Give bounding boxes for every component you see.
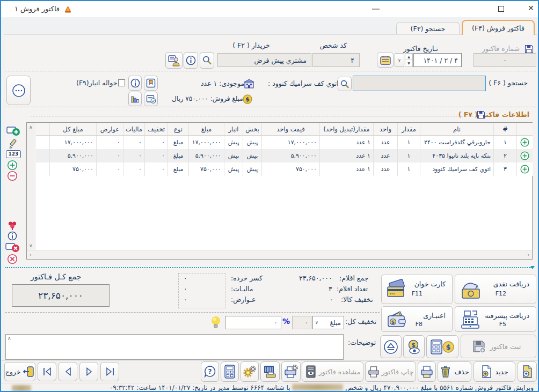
column-header-qty_conv[interactable]: مقدار(تبدیل واحد) [319,123,373,135]
customer-button[interactable] [165,52,183,69]
column-header-qty[interactable]: مقدار [397,123,420,135]
table-cell-unit_price: ۵,۹۰۰,۰۰۰ [261,149,319,162]
warehouse-receipt-checkbox[interactable] [118,79,125,86]
redacted-left [12,385,31,391]
table-cell-discount: ۰ [144,149,167,162]
column-header-section[interactable]: بخش [243,123,261,135]
search-icon [340,79,349,89]
maximize-button[interactable] [498,6,504,12]
confirm-card-button[interactable] [144,92,158,106]
table-cell-qty: ۱ [397,149,420,162]
price-view-button[interactable]: $ [403,335,425,358]
fraction-value: ۰ [184,274,187,282]
item-discount-label: تخفیف کالا: [341,295,373,304]
minimize-button[interactable] [372,9,380,10]
table-cell-name: پنكه پايه بلند نانيوا ۴۰۳۵ [420,149,493,162]
column-header-tax[interactable]: مالیات [123,123,144,135]
column-header-total[interactable]: مبلغ کل [49,123,96,135]
print-settings-button[interactable] [281,361,301,382]
person-search-button[interactable] [200,52,214,69]
splitter[interactable] [5,267,531,268]
discount-amount-field[interactable]: ۰ [225,316,281,329]
view-invoice-button[interactable]: مشاهده فاکتور [302,361,363,382]
bookmark-button[interactable] [144,76,158,91]
cancel-button[interactable] [7,254,18,267]
submit-invoice-button[interactable]: ثبت فاکتور [461,335,536,358]
table-cell-unit: عدد [373,149,397,162]
person-info-button[interactable] [184,52,198,69]
print-invoice-button[interactable]: چاپ فاکتور [365,361,416,382]
column-header-name[interactable]: نام [420,123,493,135]
table-cell-num: ۱ [493,136,516,149]
column-header-unit_price[interactable]: قیمت واحد [261,123,319,135]
close-button[interactable]: ✕ [528,4,534,12]
chart-button[interactable] [128,92,142,106]
settings-button[interactable] [241,361,259,382]
column-header-unit[interactable]: واحد [373,123,397,135]
table-row[interactable]: ۲پنكه پايه بلند نانيوا ۴۰۳۵۱عدد۱ عدد۵,۹۰… [36,149,533,162]
table-vertical-scrollbar[interactable]: ∧ ∨ [27,123,35,250]
splitter-pin-icon[interactable] [530,265,535,270]
column-header-amount[interactable]: مبلغ [188,123,224,135]
calendar-button[interactable] [377,53,394,68]
table-cell-total: ۷۵۰,۰۰۰ [49,162,96,176]
column-header-plus[interactable] [516,123,533,135]
help-button[interactable]: ? [201,361,219,382]
table-horizontal-scrollbar[interactable]: ‹ › [27,250,532,259]
column-header-duty[interactable]: عوارض [96,123,123,135]
item-info-button[interactable] [128,76,142,91]
new-template-button[interactable] [518,361,537,382]
advanced-receive-button[interactable]: دریافت پیشرفته F5 [455,306,536,332]
decrease-button[interactable] [7,171,18,183]
discount-percent-field[interactable]: ۰ [292,316,311,329]
tab-invoice[interactable]: فاکتور فروش (F۴) [462,20,535,35]
more-options-button[interactable] [6,76,31,105]
save-small-icon[interactable] [477,110,485,119]
invoice-total-label: جمع کـل فـاکتور [31,272,81,281]
table-row[interactable]: ۳اتوي كف سراميك كنوود۱عدد۱ عدد۷۵۰,۰۰۰پیش… [36,162,533,176]
item-search-button[interactable] [338,77,352,91]
discount-type-select[interactable]: مبلغ ∨ [312,316,344,329]
calculator-button[interactable] [221,361,239,382]
row-expand-icon[interactable] [516,136,533,149]
notes-textarea[interactable]: ∧ [5,334,344,360]
date-spinner[interactable]: ▲ ▼ [405,53,413,67]
row-edit-button[interactable] [8,138,19,151]
buyer-label: خریدار ( F۲ ) [232,41,270,49]
tab-search[interactable]: جستجو (F۳) [396,22,460,35]
invoice-date-field[interactable]: ۱۴۰۱ / ۲ / ۴ [413,53,462,67]
lightbulb-icon[interactable] [210,315,222,330]
row-expand-icon[interactable] [516,149,533,162]
table-cell-qty: ۱ [397,162,420,176]
print-button[interactable] [418,361,436,382]
column-header-fill[interactable] [35,123,49,135]
nav-prev-button[interactable] [59,362,77,381]
row-expand-icon[interactable] [516,162,533,176]
buyer-field[interactable]: مشتري پيش فرض [217,53,311,67]
app-logo-icon [63,5,72,14]
credit-button[interactable]: اعتبـاری F8 $ [381,306,453,332]
table-row[interactable]: ۱جاروبرقي گلدفراست ۲۴۰۰۱عدد۱ عدد۱۷,۰۰۰,۰… [36,136,533,149]
exit-button[interactable]: خروج [4,362,35,381]
ellipsis-icon [12,84,26,98]
nav-next-button[interactable] [79,362,98,381]
label-print-button[interactable] [260,361,280,382]
row-add-button[interactable] [6,125,20,139]
delete-button[interactable]: حذف [438,361,471,382]
invoice-total-box: ۲۳,۶۵۰,۰۰۰ [12,284,110,307]
new-button[interactable]: جدید [474,361,515,382]
item-search-label: جستجو ( F۶ ) : [484,79,528,87]
column-header-num[interactable]: # [493,123,516,135]
calc-price-button[interactable]: $ [426,335,458,358]
nav-last-button[interactable] [100,362,119,381]
row-number-button[interactable]: 123 [6,150,21,158]
eject-button[interactable] [380,335,402,358]
card-reader-button[interactable]: کارت خوان F11 [381,275,453,304]
column-header-discount[interactable]: تخفیف [144,123,167,135]
item-search-input[interactable] [353,76,486,91]
cash-receive-button[interactable]: دریافت نقدی F12 [455,275,536,304]
column-header-type[interactable]: نوع [167,123,188,135]
date-dropdown-button[interactable]: ∨ [395,53,404,67]
column-header-warehouse[interactable]: انبار [224,123,243,135]
nav-first-button[interactable] [38,362,56,381]
